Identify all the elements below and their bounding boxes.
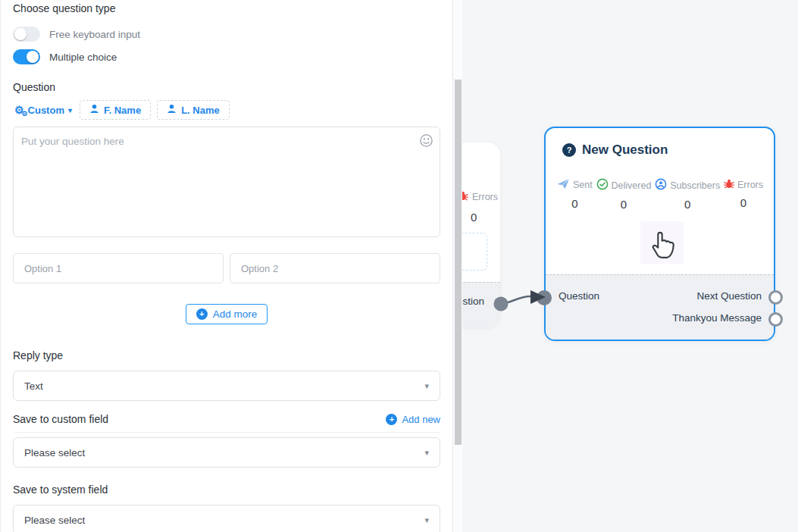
check-circle-icon (596, 178, 609, 192)
paper-plane-icon (557, 178, 570, 192)
drawer-scrollbar-thumb[interactable] (455, 80, 462, 445)
last-name-tag-button[interactable]: L. Name (157, 100, 230, 120)
merge-tags-row: ⚙⚙ Custom ▾ F. Name L. Name (13, 100, 440, 120)
question-textarea-wrap (13, 127, 440, 240)
system-field-value: Please select (24, 515, 85, 526)
question-textarea[interactable] (13, 127, 440, 237)
option-1-input[interactable] (13, 253, 224, 283)
drawer-scrollbar-track[interactable] (453, 0, 462, 532)
add-more-wrap: + Add more (13, 304, 440, 324)
chevron-down-icon: ▾ (68, 106, 72, 114)
input-port-label: Question (559, 290, 599, 302)
toggle-label: Multiple choice (49, 52, 117, 63)
options-row (13, 253, 440, 283)
question-config-drawer: Choose question type Free keyboard input… (0, 0, 453, 532)
save-custom-field-label: Save to custom field (13, 413, 108, 425)
bug-error-icon (724, 178, 734, 191)
add-new-field-link[interactable]: + Add new (386, 414, 440, 425)
chevron-down-icon: ▾ (424, 381, 429, 391)
output-port-label-next: Next Question (696, 290, 762, 302)
custom-field-row: Save to custom field + Add new (13, 413, 440, 433)
output-port-label-thankyou: Thankyou Message (672, 312, 762, 324)
stat-value: 0 (621, 198, 627, 211)
stat-sent: Sent 0 (557, 178, 593, 211)
stat-errors: Errors 0 (724, 178, 763, 211)
reply-type-select[interactable]: Text ▾ (13, 371, 440, 401)
person-circle-icon (655, 178, 667, 192)
stat-subscribers: Subscribers 0 (655, 178, 720, 211)
output-port-next-question[interactable] (768, 290, 783, 305)
output-port-thankyou-message[interactable] (768, 312, 783, 327)
toggle-knob (27, 51, 39, 63)
multiple-choice-toggle-row: Multiple choice (13, 49, 440, 64)
gears-icon: ⚙⚙ (14, 105, 24, 115)
node-stats-row: Sent 0 Delivered 0 (546, 178, 774, 211)
custom-field-value: Please select (24, 447, 85, 458)
stat-delivered: Delivered 0 (596, 178, 652, 211)
system-field-select[interactable]: Please select ▾ (13, 505, 440, 532)
node-ports-footer: Question Next Question Thankyou Message (546, 274, 774, 340)
smiley-emoji-picker-icon[interactable] (419, 133, 433, 151)
reply-type-value: Text (24, 380, 43, 392)
free-keyboard-toggle[interactable] (13, 27, 40, 42)
question-circle-icon: ? (562, 143, 576, 157)
free-keyboard-toggle-row: Free keyboard input (13, 27, 440, 42)
choose-question-type-label: Choose question type (13, 2, 440, 14)
stat-label: Subscribers (670, 180, 720, 191)
person-icon (89, 104, 99, 116)
occluded-stat-value: 0 (471, 211, 477, 224)
stat-value: 0 (740, 196, 746, 209)
chevron-down-icon: ▾ (424, 515, 429, 525)
question-section-label: Question (13, 81, 440, 93)
toggle-label: Free keyboard input (49, 29, 140, 40)
toggle-knob (14, 28, 27, 40)
stat-value: 0 (684, 198, 690, 211)
add-more-button[interactable]: + Add more (186, 304, 268, 324)
person-icon (167, 104, 177, 116)
stat-label: Errors (737, 180, 763, 190)
chevron-down-icon: ▾ (424, 448, 429, 458)
custom-fields-dropdown-button[interactable]: ⚙⚙ Custom ▾ (13, 103, 74, 117)
input-port-question[interactable] (537, 290, 552, 305)
first-name-tag-button[interactable]: F. Name (80, 100, 151, 120)
option-2-input[interactable] (230, 253, 440, 283)
custom-field-select[interactable]: Please select ▾ (13, 437, 440, 468)
hand-pointer-cursor-icon (649, 225, 681, 263)
plus-circle-icon: + (386, 414, 397, 425)
save-system-field-label: Save to system field (13, 483, 440, 496)
occluded-stat-label: Errors (472, 192, 498, 202)
plus-circle-icon: + (196, 308, 208, 320)
stat-value: 0 (571, 197, 577, 210)
stat-label: Sent (573, 180, 593, 190)
stat-label: Delivered (612, 180, 652, 191)
node-title: New Question (582, 142, 668, 158)
node-header: ? New Question (562, 142, 668, 158)
new-question-node[interactable]: ? New Question Sent 0 (544, 127, 775, 341)
reply-type-label: Reply type (13, 349, 440, 361)
multiple-choice-toggle[interactable] (13, 49, 40, 64)
